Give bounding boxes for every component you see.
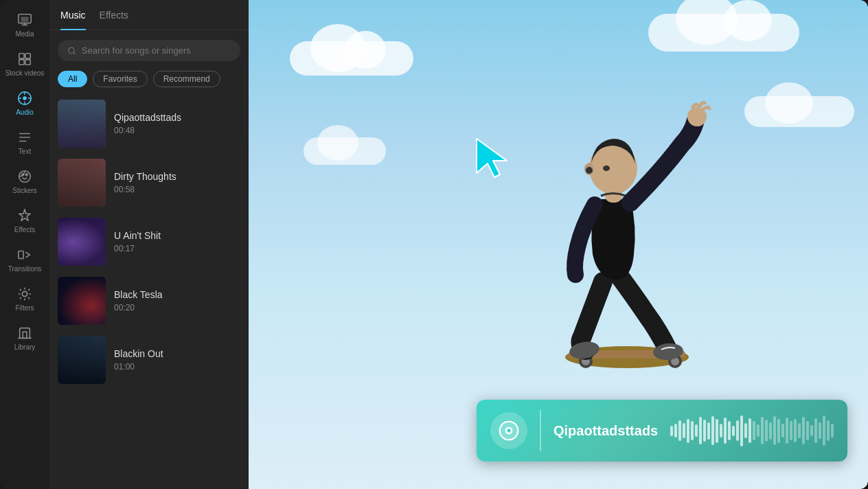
sidebar-item-text[interactable]: Text <box>0 123 49 162</box>
sidebar-item-media-label: Media <box>15 30 34 38</box>
song-duration-3: 00:17 <box>114 244 240 253</box>
song-item-1[interactable]: Qipaottadsttads 00:48 <box>49 94 249 153</box>
player-icon-circle <box>490 412 527 449</box>
song-title-3: U Ain't Shit <box>114 230 240 241</box>
sidebar-item-audio-label: Audio <box>16 109 34 116</box>
song-thumb-5 <box>58 336 106 384</box>
song-duration-1: 00:48 <box>114 126 240 135</box>
cursor-arrow <box>475 137 510 172</box>
sidebar-item-transitions-label: Transitions <box>8 265 42 273</box>
song-duration-4: 00:20 <box>114 303 240 312</box>
song-title-2: Dirty Thoughts <box>114 171 240 182</box>
song-info-3: U Ain't Shit 00:17 <box>114 230 240 253</box>
svg-point-27 <box>586 167 593 174</box>
audio-icon <box>17 91 32 106</box>
skater-figure <box>476 21 751 419</box>
effects-icon <box>17 208 32 223</box>
sidebar-item-filters[interactable]: Filters <box>0 280 49 319</box>
filter-recommend[interactable]: Recommend <box>153 71 220 87</box>
song-thumb-3 <box>58 218 106 266</box>
transitions-icon <box>17 247 32 262</box>
song-info-1: Qipaottadsttads 00:48 <box>114 112 240 135</box>
skater-svg <box>476 21 751 419</box>
sidebar-item-transitions[interactable]: Transitions <box>0 240 49 280</box>
filters-icon <box>17 286 32 302</box>
song-duration-5: 01:00 <box>114 362 240 372</box>
song-thumb-4 <box>58 277 106 325</box>
song-item-4[interactable]: Black Tesla 00:20 <box>49 271 249 330</box>
song-info-4: Black Tesla 00:20 <box>114 289 240 312</box>
search-bar[interactable] <box>58 40 240 61</box>
song-title-4: Black Tesla <box>114 289 240 300</box>
svg-point-28 <box>603 166 610 171</box>
search-icon <box>67 46 76 56</box>
sidebar: Media Stock videos Audio Text <box>0 0 49 489</box>
text-icon <box>17 130 32 145</box>
filter-row: All Favorites Recommend <box>49 68 249 94</box>
svg-point-10 <box>25 174 27 176</box>
sidebar-item-effects-label: Effects <box>14 226 35 234</box>
svg-rect-4 <box>19 60 24 65</box>
sidebar-item-filters-label: Filters <box>15 304 34 312</box>
song-list: Qipaottadsttads 00:48 Dirty Thoughts 00:… <box>49 94 249 489</box>
song-title-1: Qipaottadsttads <box>114 112 240 123</box>
svg-rect-2 <box>19 54 24 58</box>
svg-point-7 <box>23 96 27 100</box>
svg-rect-11 <box>19 251 23 259</box>
tab-music[interactable]: Music <box>60 0 86 30</box>
sidebar-item-stock-videos[interactable]: Stock videos <box>0 45 49 84</box>
sidebar-item-library-label: Library <box>14 343 36 351</box>
svg-rect-3 <box>25 54 30 58</box>
tab-effects[interactable]: Effects <box>100 0 129 30</box>
song-duration-2: 00:58 <box>114 185 240 194</box>
stickers-icon <box>17 169 32 184</box>
media-icon <box>17 12 32 27</box>
sidebar-item-media[interactable]: Media <box>0 5 49 45</box>
player-bar: Qipaottadsttads <box>477 400 847 462</box>
svg-marker-29 <box>477 139 507 177</box>
library-icon <box>17 326 32 341</box>
song-thumb-1 <box>58 100 106 148</box>
main-content: Qipaottadsttads <box>249 0 868 489</box>
player-song-name: Qipaottadsttads <box>553 423 658 439</box>
panel: Music Effects All Favorites Recommend <box>49 0 249 489</box>
filter-all[interactable]: All <box>58 71 87 87</box>
song-item-2[interactable]: Dirty Thoughts 00:58 <box>49 153 249 212</box>
song-item-3[interactable]: U Ain't Shit 00:17 <box>49 212 249 271</box>
sidebar-item-stock-videos-label: Stock videos <box>5 69 45 77</box>
song-title-5: Blackin Out <box>114 348 240 359</box>
sidebar-item-library[interactable]: Library <box>0 319 49 358</box>
song-info-5: Blackin Out 01:00 <box>114 348 240 372</box>
sidebar-item-effects[interactable]: Effects <box>0 201 49 240</box>
tiktok-music-icon <box>498 420 520 442</box>
app-container: Media Stock videos Audio Text <box>0 0 868 489</box>
sidebar-item-stickers[interactable]: Stickers <box>0 162 49 201</box>
svg-point-9 <box>22 174 24 176</box>
filter-favorites[interactable]: Favorites <box>93 71 147 87</box>
svg-rect-13 <box>23 332 27 338</box>
waveform <box>670 413 834 448</box>
svg-rect-5 <box>25 60 30 65</box>
player-divider <box>540 410 541 451</box>
stock-videos-icon <box>17 52 32 67</box>
sidebar-item-stickers-label: Stickers <box>12 187 37 194</box>
sidebar-item-text-label: Text <box>19 148 31 155</box>
search-input[interactable] <box>82 45 231 56</box>
svg-point-32 <box>507 429 510 432</box>
song-item-5[interactable]: Blackin Out 01:00 <box>49 330 249 389</box>
svg-point-12 <box>22 291 27 296</box>
sidebar-item-audio[interactable]: Audio <box>0 84 49 123</box>
song-thumb-2 <box>58 159 106 207</box>
panel-tabs: Music Effects <box>49 0 249 30</box>
svg-rect-1 <box>21 16 29 21</box>
song-info-2: Dirty Thoughts 00:58 <box>114 171 240 194</box>
